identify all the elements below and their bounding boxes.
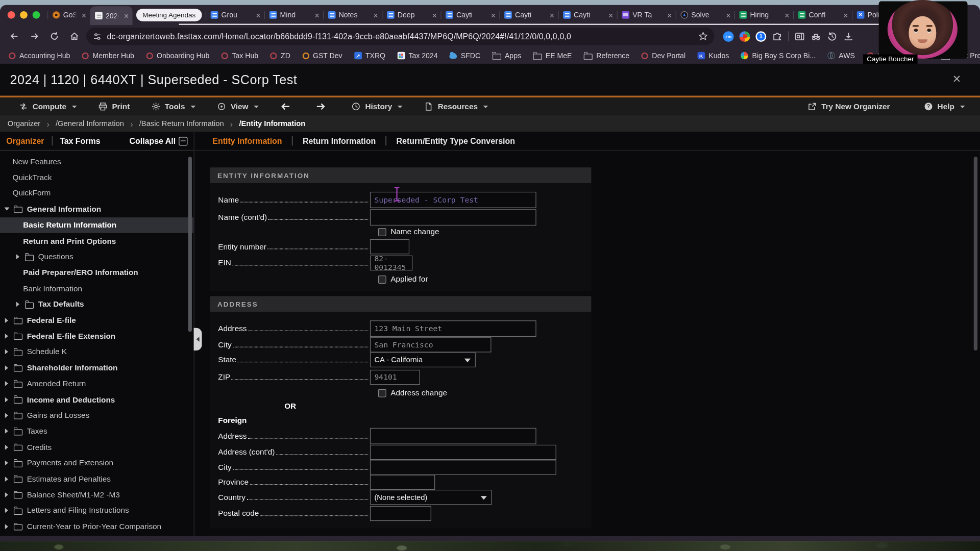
bookmark[interactable]: ZD	[270, 52, 290, 60]
tools-menu[interactable]: Tools	[151, 102, 195, 111]
address-input[interactable]: 123 Main Street	[370, 320, 536, 337]
sidebar-item[interactable]: Letters and Filing Instructions	[0, 503, 194, 518]
window-zoom-button[interactable]	[33, 11, 40, 19]
window-minimize-button[interactable]	[20, 11, 28, 19]
browser-tab[interactable]: Hiring ×	[734, 7, 793, 23]
tab-close-icon[interactable]: ×	[666, 11, 673, 19]
sidebar-tab-organizer[interactable]: Organizer	[6, 136, 44, 145]
sidebar-item[interactable]: Federal E-file	[0, 312, 194, 328]
sidebar-item[interactable]: Current-Year to Prior-Year Comparison	[0, 518, 194, 534]
bookmark[interactable]: GST Dev	[302, 52, 342, 60]
sidebar-item[interactable]: Informational Forms	[0, 534, 194, 536]
bookmark[interactable]: Accounting Hub	[9, 52, 70, 60]
caret-right-icon[interactable]	[5, 492, 8, 497]
state-select[interactable]: CA - California	[370, 353, 476, 367]
tab-close-icon[interactable]: ×	[489, 11, 497, 19]
bookmark[interactable]: Apps	[492, 52, 521, 60]
sidebar-item[interactable]: Taxes	[0, 423, 194, 439]
breadcrumb-item[interactable]: /General Information	[56, 119, 124, 128]
caret-right-icon[interactable]	[5, 349, 8, 355]
sidebar-item[interactable]: Amended Return	[0, 375, 194, 391]
sidebar-item[interactable]: Income and Deductions	[0, 392, 194, 408]
tab-group-chip[interactable]: Meeting Agendas	[136, 9, 202, 21]
caret-right-icon[interactable]	[5, 524, 8, 529]
bookmark-star-icon[interactable]	[698, 31, 708, 41]
site-settings-icon[interactable]	[92, 32, 102, 41]
address-change-checkbox[interactable]	[378, 389, 386, 397]
sidebar-item[interactable]: Schedule K	[0, 344, 194, 360]
sidebar-item-selected[interactable]: Basic Return Information	[0, 217, 194, 233]
breadcrumb-item[interactable]: Organizer	[8, 119, 41, 128]
sidebar-item[interactable]: Bank Information	[0, 281, 194, 296]
tab-close-icon[interactable]: ×	[725, 11, 732, 19]
browser-tab[interactable]: Grou ×	[206, 7, 264, 23]
view-menu[interactable]: View	[217, 102, 259, 111]
browser-tab[interactable]: Cayti ×	[499, 7, 558, 23]
tab-close-icon[interactable]: ×	[842, 11, 849, 19]
bookmark[interactable]: Big Boy S Corp Bi...	[741, 52, 816, 60]
bookmark[interactable]: Reference	[584, 52, 629, 60]
sidebar-item[interactable]: New Features	[0, 154, 194, 169]
caret-right-icon[interactable]	[5, 444, 8, 449]
history-menu[interactable]: History	[352, 102, 403, 111]
sidebar-scrollbar[interactable]	[188, 157, 192, 332]
browser-tab[interactable]: Confl ×	[793, 7, 852, 23]
bookmark[interactable]: Dev Portal	[641, 52, 685, 60]
caret-right-icon[interactable]	[5, 381, 8, 386]
tab-close-icon[interactable]: ×	[313, 11, 321, 19]
resources-menu[interactable]: Resources	[424, 102, 488, 111]
sidebar-item[interactable]: Estimates and Penalties	[0, 471, 194, 487]
browser-tab[interactable]: Cayti ×	[440, 7, 499, 23]
incognito-icon[interactable]	[811, 31, 821, 42]
tab-return-information[interactable]: Return Information	[303, 136, 376, 145]
foreign-city-input[interactable]	[370, 460, 556, 474]
next-arrow-icon[interactable]	[316, 102, 327, 111]
browser-tab[interactable]: VR Ta ×	[617, 7, 676, 23]
address-bar[interactable]: dc-organizertoweb.fasttax.com/Home/Locat…	[86, 28, 715, 45]
help-menu[interactable]: ? Help	[924, 102, 965, 111]
applied-for-checkbox[interactable]	[378, 275, 386, 283]
tab-close-icon[interactable]: ×	[80, 11, 87, 19]
downloads-icon[interactable]	[843, 31, 854, 42]
sidebar-item[interactable]: Paid Preparer/ERO Information	[0, 265, 194, 281]
browser-tab[interactable]: GoSy ×	[47, 7, 90, 23]
bookmark[interactable]: Tax 2024	[397, 52, 437, 60]
foreign-address-input[interactable]	[370, 428, 536, 444]
city-input[interactable]: San Francisco	[370, 337, 492, 352]
zip-input[interactable]: 94101	[370, 370, 420, 385]
sidebar-item[interactable]: Gains and Losses	[0, 408, 194, 423]
url-text[interactable]: dc-organizertoweb.fasttax.com/Home/Locat…	[107, 32, 693, 41]
browser-tab[interactable]: Cayti ×	[558, 7, 617, 23]
bookmark[interactable]: EE MeE	[533, 52, 572, 60]
tab-close-icon[interactable]: ×	[372, 11, 379, 19]
sidebar-item[interactable]: Payments and Extension	[0, 455, 194, 471]
forward-icon[interactable]	[26, 28, 42, 44]
onepassword-extension-icon[interactable]: 1	[755, 31, 766, 42]
entity-number-input[interactable]	[370, 239, 409, 254]
bookmark[interactable]: SFDC	[450, 52, 480, 60]
caret-right-icon[interactable]	[5, 508, 8, 513]
meet-extension-icon[interactable]	[740, 31, 750, 42]
sidebar-collapse-handle[interactable]	[194, 328, 202, 350]
caret-right-icon[interactable]	[16, 302, 19, 307]
bookmark[interactable]: ↗TXRQ	[354, 52, 385, 60]
name-contd-input[interactable]	[370, 209, 536, 226]
caret-right-icon[interactable]	[5, 477, 8, 482]
compute-menu[interactable]: Compute	[19, 102, 77, 111]
tab-close-icon[interactable]: ×	[255, 11, 262, 19]
bookmark[interactable]: KKudos	[697, 52, 729, 60]
caret-right-icon[interactable]	[5, 334, 8, 339]
sidebar-item[interactable]: Balance Sheet/M1-M2 -M3	[0, 487, 194, 503]
breadcrumb-item[interactable]: /Basic Return Information	[139, 119, 224, 128]
bookmark[interactable]: Tax Hub	[222, 52, 258, 60]
sidebar-item[interactable]: Tax Defaults	[0, 296, 194, 312]
bookmark[interactable]: Onboarding Hub	[146, 52, 209, 60]
tab-close-icon[interactable]: ×	[783, 11, 791, 19]
zoom-extension-icon[interactable]: zm	[723, 31, 734, 42]
main-scrollbar[interactable]	[974, 157, 977, 350]
extensions-puzzle-icon[interactable]	[772, 31, 782, 42]
side-panel-search-icon[interactable]	[794, 31, 805, 42]
caret-right-icon[interactable]	[5, 461, 8, 466]
caret-right-icon[interactable]	[5, 365, 8, 370]
ein-input[interactable]: 82-0012345	[370, 256, 412, 270]
